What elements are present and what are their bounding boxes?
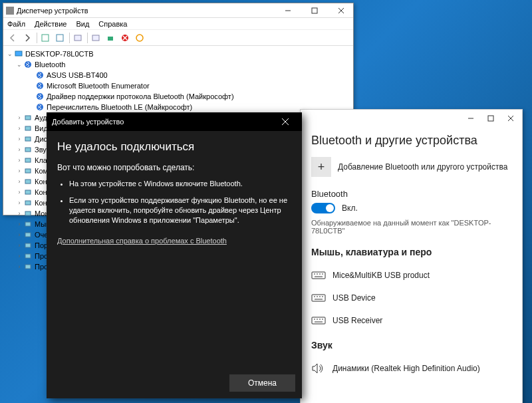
svg-rect-27: [25, 201, 31, 205]
settings-titlebar[interactable]: [301, 110, 522, 127]
device-category-icon: [23, 156, 33, 165]
tree-item-label: Драйвер поддержки протокола Bluetooth (М…: [47, 92, 234, 100]
expand-icon[interactable]: ›: [15, 231, 23, 238]
toolbar-icon[interactable]: [71, 31, 84, 45]
plus-icon: +: [311, 157, 331, 177]
menu-help[interactable]: Справка: [98, 20, 127, 28]
dialog-suggestion-item: Если это устройство поддерживает функцию…: [69, 196, 291, 225]
tree-bluetooth-device[interactable]: ASUS USB-BT400: [5, 70, 352, 80]
menu-action[interactable]: Действие: [35, 20, 66, 28]
minimize-button[interactable]: [461, 110, 481, 126]
dialog-subtext: Вот что можно попробовать сделать:: [57, 163, 291, 172]
expand-icon[interactable]: ›: [15, 136, 23, 142]
device-category-icon: [23, 124, 33, 133]
device-item-label: USB Device: [332, 293, 376, 303]
svg-rect-33: [25, 265, 31, 269]
svg-rect-22: [25, 148, 31, 152]
cancel-button[interactable]: Отмена: [229, 374, 295, 392]
device-category-icon: [23, 219, 33, 229]
forward-button[interactable]: [21, 31, 34, 45]
bluetooth-icon: [35, 92, 45, 101]
svg-rect-13: [15, 51, 22, 56]
device-category-icon: [23, 209, 33, 218]
svg-rect-20: [25, 126, 31, 130]
settings-window: Bluetooth и другие устройства + Добавлен…: [300, 109, 523, 403]
device-item[interactable]: Динамики (Realtek High Definition Audio): [311, 357, 511, 380]
toolbar-icon[interactable]: [39, 31, 52, 45]
svg-rect-21: [25, 137, 31, 141]
expand-icon[interactable]: ›: [15, 178, 23, 185]
svg-rect-19: [25, 116, 31, 120]
tree-root-label: DESKTOP-78L0CTB: [25, 50, 94, 58]
toolbar-icon[interactable]: [133, 31, 146, 45]
tree-bluetooth-device[interactable]: Драйвер поддержки протокола Bluetooth (М…: [5, 91, 352, 102]
expand-icon[interactable]: ›: [15, 253, 23, 259]
menu-file[interactable]: Файл: [7, 20, 25, 28]
expand-icon[interactable]: ›: [15, 125, 23, 132]
svg-rect-50: [312, 317, 325, 324]
scan-hardware-icon[interactable]: [104, 31, 117, 45]
device-category-icon: [23, 134, 33, 144]
device-item[interactable]: USB Receiver: [311, 309, 511, 332]
device-category-icon: [23, 198, 33, 207]
keyboard-icon: [311, 270, 326, 281]
expand-icon[interactable]: ›: [15, 210, 23, 217]
toolbar-icon[interactable]: [53, 31, 66, 45]
minimize-button[interactable]: [279, 5, 297, 17]
devmgr-icon: [6, 7, 14, 15]
expand-icon[interactable]: ›: [15, 200, 23, 206]
device-category-icon: [23, 262, 33, 271]
close-button[interactable]: [274, 112, 297, 131]
svg-rect-26: [25, 190, 31, 194]
add-device-dialog: Добавить устройство Не удалось подключит…: [47, 112, 302, 398]
svg-rect-25: [25, 180, 31, 184]
bluetooth-state: Вкл.: [342, 203, 358, 213]
dialog-titlebar[interactable]: Добавить устройство: [47, 112, 302, 131]
device-category-icon: [23, 251, 33, 261]
maximize-button[interactable]: [305, 5, 324, 17]
expand-icon[interactable]: ›: [15, 114, 23, 121]
expand-icon[interactable]: ›: [15, 242, 23, 249]
maximize-button[interactable]: [481, 110, 501, 126]
device-item[interactable]: USB Device: [311, 287, 511, 309]
keyboard-icon: [311, 315, 326, 326]
tree-root[interactable]: ⌄ DESKTOP-78L0CTB: [5, 49, 352, 59]
device-category-icon: [23, 113, 33, 122]
expand-icon[interactable]: ›: [15, 263, 23, 270]
devmgr-title-text: Диспетчер устройств: [17, 7, 88, 15]
bluetooth-icon: [35, 70, 45, 80]
expand-icon[interactable]: ›: [15, 189, 23, 196]
close-button[interactable]: [332, 5, 350, 17]
dialog-title-text: Добавить устройство: [52, 118, 124, 126]
svg-rect-32: [25, 254, 31, 258]
bluetooth-toggle[interactable]: [311, 203, 335, 213]
device-category-icon: [23, 188, 33, 197]
devmgr-titlebar[interactable]: Диспетчер устройств: [3, 3, 353, 18]
add-device-button[interactable]: + Добавление Bluetooth или другого устро…: [311, 157, 511, 177]
svg-rect-1: [312, 8, 317, 13]
devmgr-menubar: Файл Действие Вид Справка: [3, 18, 353, 30]
close-button[interactable]: [501, 110, 521, 126]
dialog-suggestion-item: На этом устройстве с Windows включите Bl…: [69, 179, 291, 189]
expand-icon[interactable]: ›: [15, 168, 23, 174]
collapse-icon[interactable]: ⌄: [15, 61, 23, 68]
collapse-icon[interactable]: ⌄: [6, 51, 14, 57]
dialog-heading: Не удалось подключиться: [57, 140, 291, 154]
tree-bluetooth[interactable]: ⌄ Bluetooth: [5, 59, 352, 70]
menu-view[interactable]: Вид: [76, 20, 89, 28]
sound-heading: Звук: [311, 340, 511, 350]
tree-bluetooth-device[interactable]: Microsoft Bluetooth Enumerator: [5, 80, 352, 91]
help-link[interactable]: Дополнительная справка о проблемах с Blu…: [57, 237, 227, 245]
svg-rect-31: [25, 243, 31, 247]
device-item[interactable]: Mice&MultiKB USB product: [311, 264, 511, 287]
expand-icon[interactable]: ›: [15, 146, 23, 153]
toolbar-icon[interactable]: [89, 31, 102, 45]
disable-icon[interactable]: [118, 31, 132, 45]
svg-rect-5: [57, 35, 63, 41]
device-category-icon: [23, 145, 33, 154]
svg-rect-6: [74, 35, 81, 41]
expand-icon[interactable]: ›: [15, 221, 23, 227]
expand-icon[interactable]: ›: [15, 157, 23, 164]
back-button[interactable]: [6, 31, 19, 45]
device-category-icon: [23, 241, 33, 250]
